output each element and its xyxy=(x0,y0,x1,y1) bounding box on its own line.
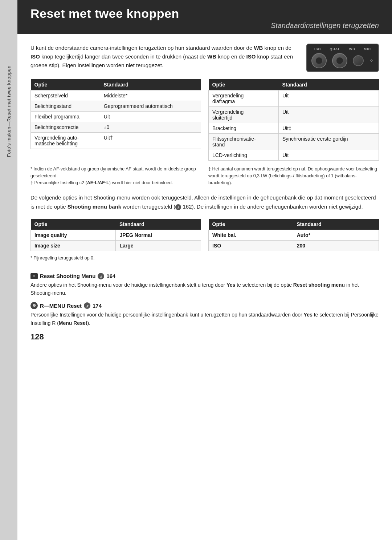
table3-cell-optie2: Image size xyxy=(31,240,116,251)
table1-cell: Belichtingsstand xyxy=(31,101,100,112)
table4-header-optie: Optie xyxy=(209,219,293,230)
section-link-2: ⚙ R—MENU Reset 𝑔 174 Persoonlijke Instel… xyxy=(30,302,379,327)
table1-header-standaard: Standaard xyxy=(100,79,201,90)
camera-button-inner-middle xyxy=(336,57,343,64)
bottom-tables-row: Optie Standaard Image quality JPEG Norma… xyxy=(30,219,379,251)
table-row: Belichtingsstand Geprogrammeerd automati… xyxy=(31,101,201,112)
table-row: ISO 200 xyxy=(209,240,379,251)
table3-container: Optie Standaard Image quality JPEG Norma… xyxy=(30,219,201,251)
main-content: Reset met twee knoppen Standaardinstelli… xyxy=(17,0,392,540)
table-row: Image quality JPEG Normal xyxy=(31,230,201,240)
camera-image: ISO QUAL WB MIC ⁘ xyxy=(306,44,379,72)
footnote-dagger: † Persoonlijke Instelling c2 (AE-L/AF-L)… xyxy=(30,180,201,186)
section1-body: Andere opties in het Shooting-menu voor … xyxy=(30,281,379,297)
footnote-bottom: * Fijnregeling teruggesteld op 0. xyxy=(30,255,379,262)
intro-section: U kunt de onderstaande camera-instelling… xyxy=(30,44,379,72)
footnote-asterisk: * Indien de AF-veldstand op groep dynami… xyxy=(30,166,201,180)
table1-cell: Middelste* xyxy=(100,90,201,101)
page-subtitle: Standaardinstellingen terugzetten xyxy=(30,21,379,30)
camera-label-qual: QUAL xyxy=(330,47,340,51)
footnote-left: * Indien de AF-veldstand op groep dynami… xyxy=(30,166,201,186)
table-row: Belichtingscorrectie ±0 xyxy=(31,122,201,133)
footnotes-row1: * Indien de AF-veldstand op groep dynami… xyxy=(30,166,379,186)
table2-header-standaard: Standaard xyxy=(278,79,379,90)
section2-title: ⚙ R—MENU Reset 𝑔 174 xyxy=(30,302,379,309)
table3-cell-standaard1: JPEG Normal xyxy=(116,230,201,240)
table1-cell: Scherpstelveld xyxy=(31,90,100,101)
table2: Optie Standaard Vergrendelingdiafragma U… xyxy=(208,79,379,161)
sidebar-label: Foto's maken—Reset met twee knoppen xyxy=(6,65,12,157)
table2-cell: LCD-verlichting xyxy=(209,150,279,161)
page-header: Reset met twee knoppen Standaardinstelli… xyxy=(17,0,392,34)
table-row: LCD-verlichting Uit xyxy=(209,150,379,161)
divider1 xyxy=(30,269,379,269)
camera-button-inner-left xyxy=(315,57,323,64)
table-row: Image size Large xyxy=(31,240,201,251)
section2-ref-icon: 𝑔 xyxy=(84,302,90,309)
content-area: U kunt de onderstaande camera-instelling… xyxy=(17,36,392,349)
table3-header-standaard: Standaard xyxy=(116,219,201,230)
table1-cell: Geprogrammeerd automatisch xyxy=(100,101,201,112)
table1-cell: Uit† xyxy=(100,133,201,149)
table4-cell-standaard1: Auto* xyxy=(293,230,379,240)
camera-button-small xyxy=(353,55,364,66)
table2-cell: Uit xyxy=(278,90,379,107)
table-row: Vergrendelingdiafragma Uit xyxy=(209,90,379,107)
middle-paragraph: De volgende opties in het Shooting-menu … xyxy=(30,193,379,211)
table2-cell: Flitssynchronisatie-stand xyxy=(209,134,279,150)
table2-cell: Vergrendelingdiafragma xyxy=(209,90,279,107)
table2-container: Optie Standaard Vergrendelingdiafragma U… xyxy=(208,79,379,161)
section1-ref-icon: 𝑔 xyxy=(98,273,104,279)
table1: Optie Standaard Scherpstelveld Middelste… xyxy=(30,79,201,149)
camera-label-wb: WB xyxy=(349,47,355,51)
table4-cell-standaard2: 200 xyxy=(293,240,379,251)
table4-header-standaard: Standaard xyxy=(293,219,379,230)
table2-cell: Uit xyxy=(278,150,379,161)
table2-cell: Synchronisatie eerste gordijn xyxy=(278,134,379,150)
section2-body: Persoonlijke Instellingen voor de huidig… xyxy=(30,311,379,327)
table2-header-optie: Optie xyxy=(209,79,279,90)
table4: Optie Standaard White bal. Auto* ISO xyxy=(208,219,379,251)
table1-container: Optie Standaard Scherpstelveld Middelste… xyxy=(30,79,201,161)
table1-cell: Vergrendeling auto-matische belichting xyxy=(31,133,100,149)
table2-cell: Uit‡ xyxy=(278,123,379,134)
table-row: Flexibel programma Uit xyxy=(31,112,201,122)
custom-icon: ⚙ xyxy=(30,302,38,309)
table2-cell: Uit xyxy=(278,107,379,123)
footnote-right: ‡ Het aantal opnamen wordt teruggesteld … xyxy=(208,166,379,186)
table3-header-optie: Optie xyxy=(31,219,116,230)
table3: Optie Standaard Image quality JPEG Norma… xyxy=(30,219,201,251)
section1-ref-number: 164 xyxy=(106,273,115,279)
menu-icon: ≡ xyxy=(30,273,38,279)
camera-dots: ⁘ xyxy=(369,58,374,64)
table1-header-optie: Optie xyxy=(31,79,100,90)
section-link-1: ≡ Reset Shooting Menu 𝑔 164 Andere optie… xyxy=(30,273,379,297)
table2-cell: Bracketing xyxy=(209,123,279,134)
section2-ref-number: 174 xyxy=(93,303,102,309)
page-title: Reset met twee knoppen xyxy=(30,7,379,21)
camera-body: ⁘ xyxy=(310,53,375,68)
table1-cell: ±0 xyxy=(100,122,201,133)
table-row: Bracketing Uit‡ xyxy=(209,123,379,134)
camera-label-mic: MIC xyxy=(364,47,371,51)
main-tables-row: Optie Standaard Scherpstelveld Middelste… xyxy=(30,79,379,161)
table-row: Vergrendelingsluitertijd Uit xyxy=(209,107,379,123)
table3-cell-optie1: Image quality xyxy=(31,230,116,240)
sidebar: Foto's maken—Reset met twee knoppen xyxy=(0,0,17,540)
table4-cell-optie1: White bal. xyxy=(209,230,293,240)
table-row: Flitssynchronisatie-stand Synchronisatie… xyxy=(209,134,379,150)
table-row: Vergrendeling auto-matische belichting U… xyxy=(31,133,201,149)
table1-cell: Flexibel programma xyxy=(31,112,100,122)
table1-cell: Uit xyxy=(100,112,201,122)
table-row: White bal. Auto* xyxy=(209,230,379,240)
table-row: Scherpstelveld Middelste* xyxy=(31,90,201,101)
table1-cell: Belichtingscorrectie xyxy=(31,122,100,133)
camera-button-left xyxy=(311,53,327,68)
section2-title-text: R—MENU Reset xyxy=(40,303,82,309)
camera-button-middle xyxy=(332,53,347,68)
table3-cell-standaard2: Large xyxy=(116,240,201,251)
table4-container: Optie Standaard White bal. Auto* ISO xyxy=(208,219,379,251)
table4-cell-optie2: ISO xyxy=(209,240,293,251)
section1-title-text: Reset Shooting Menu xyxy=(40,273,95,279)
section1-title: ≡ Reset Shooting Menu 𝑔 164 xyxy=(30,273,379,279)
